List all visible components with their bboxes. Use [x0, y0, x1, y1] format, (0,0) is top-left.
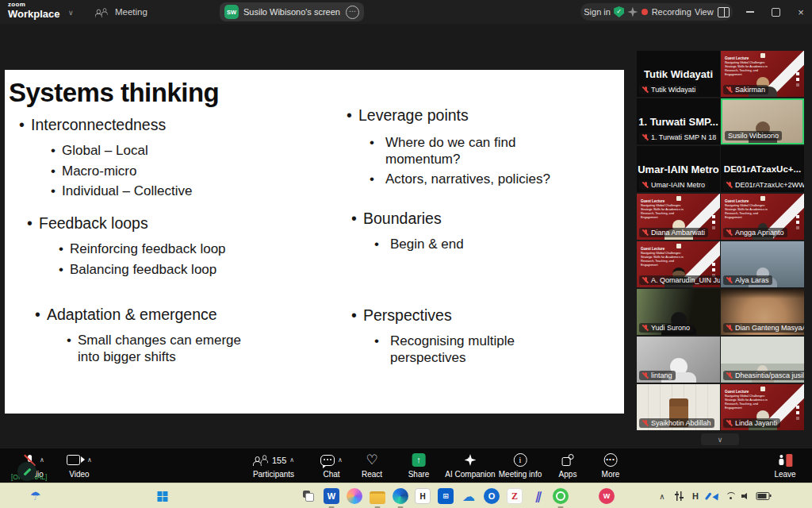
taskbar-app-hash[interactable]: ∥ [535, 483, 541, 508]
tray-volume[interactable] [741, 483, 751, 508]
mic-muted-icon [642, 276, 649, 284]
mic-muted-icon [642, 133, 649, 141]
brand-name: Workplace [8, 9, 60, 19]
mic-muted-icon [642, 371, 649, 379]
taskbar-app-outlook[interactable]: O [484, 483, 500, 508]
view-label: View [695, 7, 714, 17]
sign-in-button[interactable]: Sign in [584, 7, 611, 17]
recording-label: Recording [652, 7, 691, 17]
chevron-up-icon[interactable]: ∧ [289, 456, 294, 464]
taskbar-app-edge[interactable] [393, 483, 408, 508]
taskbar-app-h[interactable]: H [415, 483, 431, 508]
taskbar-app-word[interactable]: W [324, 483, 339, 508]
apps-button[interactable]: Apps [559, 452, 577, 479]
chevron-up-icon[interactable]: ∧ [338, 456, 343, 464]
windows-logo-icon [158, 491, 163, 496]
task-view-icon [303, 491, 314, 502]
participant-name-label: Angga Aprianto [723, 228, 787, 237]
zotero-icon: Z [507, 488, 523, 504]
share-button[interactable]: ↑ Share [408, 452, 430, 479]
taskbar-app-file-explorer[interactable] [370, 483, 385, 508]
participant-tile[interactable]: Yudi Surono [637, 289, 720, 335]
more-options-icon[interactable]: ⋯ [346, 6, 359, 19]
participant-tile[interactable]: Guest LectureNavigating Global Challenge… [721, 194, 804, 240]
participant-tile[interactable]: 1. Turwati SMP... 1. Turwati SMP N 18 [637, 98, 720, 144]
participant-tile[interactable]: Umar-IAIN Metro Umar-IAIN Metro [637, 146, 720, 192]
chat-button[interactable]: ∧ Chat [320, 452, 343, 479]
participant-tile[interactable]: Dian Ganteng MasyaAl... [721, 289, 804, 335]
taskbar-app-zotero[interactable]: Z [507, 483, 523, 508]
share-label: Share [408, 470, 430, 479]
leave-button[interactable]: Leave [774, 452, 795, 479]
taskbar-app-store[interactable]: ⊞ [438, 483, 454, 508]
participant-name-label: DE01rATzaxUc+2WWA... [723, 180, 804, 190]
start-button[interactable] [158, 483, 168, 508]
tray-battery[interactable] [756, 483, 770, 508]
mic-muted-icon [726, 181, 733, 189]
chevron-down-icon[interactable]: ∨ [68, 9, 74, 17]
meeting-info-button[interactable]: i Meeting info [499, 452, 542, 479]
tray-network[interactable] [725, 483, 736, 508]
participant-tile[interactable]: lintang [637, 337, 720, 383]
tab-shared-screen[interactable]: SW Susilo Wibisono's screen ⋯ [220, 2, 364, 21]
more-button[interactable]: ••• More [602, 452, 620, 479]
task-view-button[interactable] [303, 483, 314, 508]
minimize-button[interactable] [737, 0, 763, 24]
participant-tile[interactable]: Guest LectureNavigating Global Challenge… [721, 51, 804, 97]
edge-icon [393, 488, 408, 504]
taskbar-app-whatsapp[interactable] [553, 483, 569, 508]
participant-tile[interactable]: Alya Laras [721, 241, 804, 287]
mixer-icon [674, 491, 684, 501]
avatar: SW [224, 5, 239, 19]
meeting-tab-label: Meeting [115, 7, 147, 17]
taskbar-app-onedrive[interactable]: ☁ [462, 483, 475, 508]
more-label: More [602, 470, 620, 479]
react-button[interactable]: ♡ React [362, 452, 382, 479]
participant-tile[interactable]: Tutik Widayati Tutik Widayati [637, 51, 720, 97]
wifi-icon [725, 492, 736, 500]
slide-bullet-group: Adaptation & emergence Small changes can… [35, 304, 316, 369]
participants-button[interactable]: 155 ∧ Participants [253, 452, 294, 479]
view-button[interactable]: View [695, 7, 730, 17]
bullet-heading: Feedback loops [27, 213, 308, 233]
tray-location[interactable] [714, 483, 720, 508]
participant-tile[interactable]: Guest LectureNavigating Global Challenge… [637, 194, 720, 240]
participant-name-label: Syaikhotin Abdillah [639, 418, 714, 428]
chevron-up-icon[interactable]: ∧ [40, 456, 44, 464]
outlook-icon: O [484, 488, 500, 504]
annotation-pencil-button[interactable] [17, 462, 36, 481]
tray-pen[interactable] [707, 483, 710, 508]
security-shield-icon[interactable]: ✓ [614, 6, 624, 17]
mic-muted-icon [642, 419, 649, 427]
collapse-gallery-button[interactable]: ∨ [701, 433, 739, 445]
participant-tile-active-speaker[interactable]: Susilo Wibisono [721, 98, 804, 144]
heart-icon: ♡ [366, 453, 377, 467]
ai-companion-button[interactable]: AI Companion [445, 452, 495, 479]
close-button[interactable]: × [788, 0, 812, 24]
participant-name-label: Diana Ambarwati [639, 228, 708, 237]
chevron-up-icon[interactable]: ∧ [87, 456, 92, 464]
video-button[interactable]: ∧ Video [67, 452, 92, 479]
taskbar-app-copilot[interactable] [347, 483, 362, 508]
folder-icon [370, 491, 385, 504]
bullet-item: Balancing feedback loop [27, 262, 308, 279]
h-app-icon: H [415, 488, 431, 504]
tray-mixer[interactable] [674, 483, 684, 508]
copilot-icon [347, 488, 362, 504]
ai-sparkle-icon[interactable] [627, 7, 638, 17]
taskbar-app-wps[interactable]: W [599, 483, 615, 508]
participant-tile[interactable]: Dheasintia/pasca jusila [721, 337, 804, 383]
participant-tile[interactable]: Guest LectureNavigating Global Challenge… [721, 384, 804, 430]
recording-indicator[interactable]: Recording [642, 7, 691, 17]
participant-tile[interactable]: Syaikhotin Abdillah [637, 384, 720, 430]
participant-video [721, 289, 804, 298]
maximize-button[interactable] [763, 0, 788, 24]
mic-muted-icon [642, 86, 649, 94]
participant-tile[interactable]: Guest LectureNavigating Global Challenge… [637, 241, 720, 287]
tab-meeting[interactable]: Meeting [94, 0, 147, 24]
tray-show-hidden-icons[interactable]: ∧ [659, 483, 665, 508]
weather-widget[interactable]: ☂ [30, 483, 40, 508]
participant-tile[interactable]: DE01rATzaxUc+... DE01rATzaxUc+2WWA... [721, 146, 804, 192]
pencil-icon [23, 468, 31, 475]
tray-h-app[interactable]: H [692, 483, 699, 508]
